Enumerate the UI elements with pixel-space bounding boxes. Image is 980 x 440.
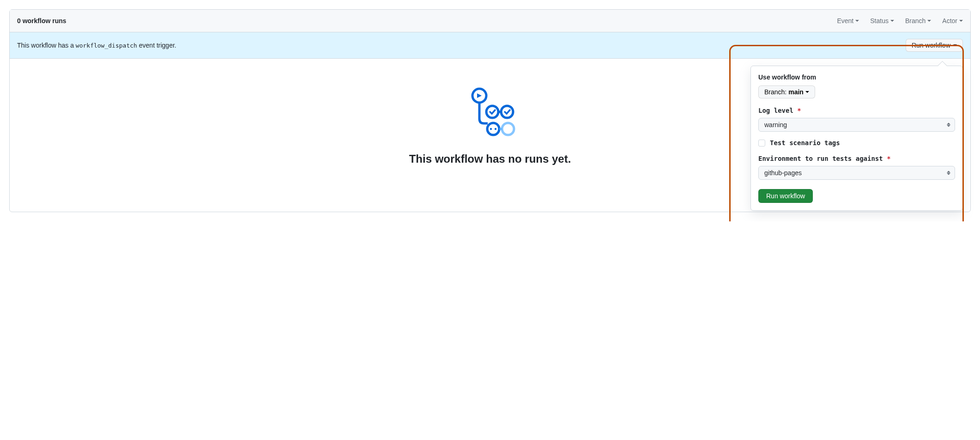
test-scenario-label: Test scenario tags xyxy=(770,139,840,147)
runs-count: 0 workflow runs xyxy=(17,17,67,24)
caret-down-icon xyxy=(959,20,963,22)
test-scenario-checkbox[interactable] xyxy=(758,140,765,147)
header-bar: 0 workflow runs Event Status Branch Acto… xyxy=(10,10,970,32)
run-workflow-dropdown-button[interactable]: Run workflow xyxy=(906,39,963,52)
dispatch-text-after: event trigger. xyxy=(137,42,176,49)
filter-actor[interactable]: Actor xyxy=(942,17,963,24)
log-level-label: Log level * xyxy=(758,107,955,114)
filter-group: Event Status Branch Actor xyxy=(837,17,963,24)
environment-select-wrapper: github-pages xyxy=(758,166,955,180)
test-scenario-field: Test scenario tags xyxy=(758,139,955,147)
filter-status[interactable]: Status xyxy=(870,17,894,24)
svg-point-7 xyxy=(502,123,514,135)
use-workflow-from-label: Use workflow from xyxy=(758,73,955,81)
filter-event[interactable]: Event xyxy=(837,17,859,24)
environment-select[interactable]: github-pages xyxy=(758,166,955,180)
environment-label: Environment to run tests against * xyxy=(758,155,955,162)
caret-down-icon xyxy=(890,20,894,22)
svg-point-6 xyxy=(495,128,496,130)
required-asterisk: * xyxy=(887,155,890,162)
filter-branch[interactable]: Branch xyxy=(905,17,931,24)
run-workflow-dropdown-label: Run workflow xyxy=(912,42,950,49)
branch-prefix: Branch: xyxy=(764,88,786,96)
filter-actor-label: Actor xyxy=(942,17,957,24)
log-level-field: Log level * warning xyxy=(758,107,955,132)
dispatch-banner: This workflow has a workflow_dispatch ev… xyxy=(10,32,970,59)
svg-point-1 xyxy=(486,106,498,118)
svg-point-2 xyxy=(501,106,513,118)
svg-point-4 xyxy=(487,123,499,135)
caret-down-icon xyxy=(855,20,859,22)
workflow-graph-icon xyxy=(465,86,515,137)
run-workflow-submit-button[interactable]: Run workflow xyxy=(758,189,813,203)
run-workflow-popover: Use workflow from Branch: main Log level… xyxy=(750,66,963,211)
dispatch-code: workflow_dispatch xyxy=(76,42,137,49)
dispatch-text-before: This workflow has a xyxy=(17,42,76,49)
required-asterisk: * xyxy=(797,107,801,114)
log-level-select[interactable]: warning xyxy=(758,118,955,132)
environment-label-text: Environment to run tests against xyxy=(758,155,883,162)
branch-selector[interactable]: Branch: main xyxy=(758,86,815,98)
caret-down-icon xyxy=(953,44,957,46)
svg-point-5 xyxy=(490,128,492,130)
branch-name: main xyxy=(788,88,804,96)
environment-field: Environment to run tests against * githu… xyxy=(758,155,955,180)
workflow-runs-container: 0 workflow runs Event Status Branch Acto… xyxy=(9,9,971,212)
filter-branch-label: Branch xyxy=(905,17,926,24)
caret-down-icon xyxy=(805,91,809,93)
caret-down-icon xyxy=(927,20,931,22)
log-level-select-wrapper: warning xyxy=(758,118,955,132)
dispatch-text: This workflow has a workflow_dispatch ev… xyxy=(17,42,176,49)
filter-status-label: Status xyxy=(870,17,889,24)
log-level-label-text: Log level xyxy=(758,107,793,114)
filter-event-label: Event xyxy=(837,17,853,24)
